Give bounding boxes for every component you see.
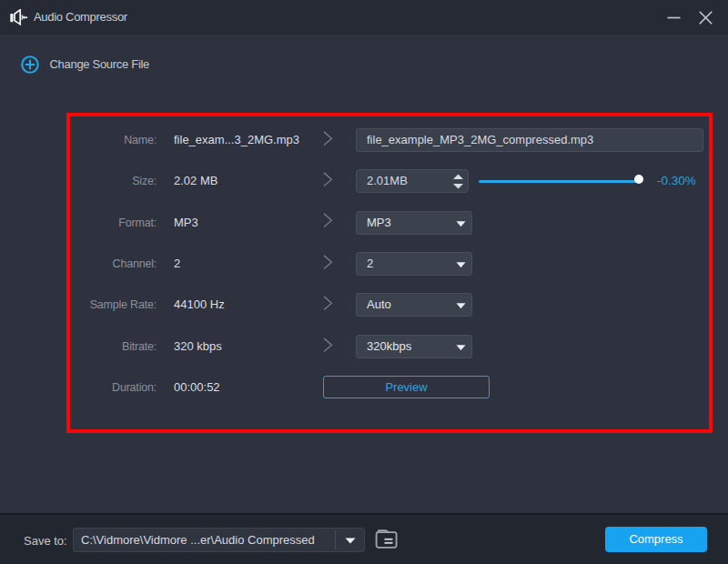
output-name-input[interactable]: file_example_MP3_2MG_compressed.mp3 — [356, 128, 703, 152]
size-spinner[interactable]: 2.01MB — [356, 169, 469, 193]
chevron-right-icon — [323, 172, 333, 187]
minimize-button[interactable] — [660, 0, 687, 35]
param-row-name: Name:file_exam...3_2MG.mp3file_example_M… — [70, 128, 709, 152]
dropdown-caret-icon — [456, 262, 466, 268]
dropdown-caret-icon — [456, 345, 466, 351]
param-row-duration: Duration:00:00:52Preview — [70, 376, 709, 399]
param-value-size: 2.02 MB — [174, 169, 217, 193]
close-button[interactable] — [692, 0, 719, 35]
param-value-sample_rate: 44100 Hz — [174, 293, 225, 317]
bitrate-dropdown[interactable]: 320kbps — [356, 335, 472, 358]
slider-thumb[interactable] — [634, 175, 643, 184]
titlebar: Audio Compressor — [0, 0, 728, 35]
sample_rate-dropdown[interactable]: Auto — [356, 293, 472, 317]
param-value-name: file_exam...3_2MG.mp3 — [174, 128, 299, 152]
dropdown-caret-icon — [456, 303, 466, 309]
app-window: Audio Compressor Change Source File Name… — [0, 0, 728, 564]
format-dropdown[interactable]: MP3 — [356, 211, 472, 235]
path-separator — [335, 530, 336, 549]
window-title: Audio Compressor — [34, 0, 127, 35]
compress-button[interactable]: Compress — [605, 527, 707, 552]
channel-dropdown[interactable]: 2 — [356, 252, 472, 276]
chevron-right-icon — [323, 296, 333, 311]
change-source-file-label: Change Source File — [50, 57, 150, 71]
path-caret-icon[interactable] — [345, 538, 356, 544]
param-label-duration: Duration: — [70, 376, 157, 399]
param-row-size: Size:2.02 MB2.01MB-0.30% — [70, 169, 709, 193]
param-row-sample_rate: Sample Rate:44100 HzAuto — [70, 293, 709, 317]
chevron-right-icon — [323, 255, 333, 270]
close-icon — [699, 11, 713, 25]
param-row-bitrate: Bitrate:320 kbps320kbps — [70, 335, 709, 358]
save-path-select[interactable]: C:\Vidmore\Vidmore ...er\Audio Compresse… — [73, 528, 365, 552]
param-value-bitrate: 320 kbps — [174, 335, 222, 358]
spinner-arrows-icon[interactable] — [452, 173, 464, 190]
chevron-right-icon — [323, 213, 333, 228]
param-value-channel: 2 — [174, 252, 180, 276]
param-label-bitrate: Bitrate: — [70, 335, 157, 358]
param-label-channel: Channel: — [70, 252, 157, 276]
dropdown-caret-icon — [456, 221, 466, 227]
param-row-channel: Channel:22 — [70, 252, 709, 276]
change-source-file-button[interactable]: Change Source File — [19, 51, 150, 77]
parameters-panel: Name:file_exam...3_2MG.mp3file_example_M… — [66, 113, 713, 433]
param-value-format: MP3 — [174, 211, 198, 235]
compression-percent: -0.30% — [657, 169, 696, 193]
chevron-right-icon — [323, 337, 333, 353]
param-label-size: Size: — [70, 169, 157, 193]
speaker-compress-icon — [10, 9, 28, 26]
plus-circle-icon — [19, 54, 41, 76]
save-to-label: Save to: — [24, 517, 67, 564]
slider-track[interactable] — [479, 180, 640, 184]
save-path-value: C:\Vidmore\Vidmore ...er\Audio Compresse… — [81, 529, 334, 551]
param-label-sample_rate: Sample Rate: — [70, 293, 157, 317]
param-value-duration: 00:00:52 — [174, 376, 220, 399]
param-label-name: Name: — [70, 128, 157, 152]
minimize-icon — [667, 16, 681, 19]
param-row-format: Format:MP3MP3 — [70, 211, 709, 235]
chevron-right-icon — [323, 131, 333, 146]
browse-folder-icon[interactable] — [375, 529, 398, 549]
bottom-bar: Save to: C:\Vidmore\Vidmore ...er\Audio … — [0, 513, 728, 564]
preview-button[interactable]: Preview — [323, 376, 490, 398]
param-label-format: Format: — [70, 211, 157, 235]
